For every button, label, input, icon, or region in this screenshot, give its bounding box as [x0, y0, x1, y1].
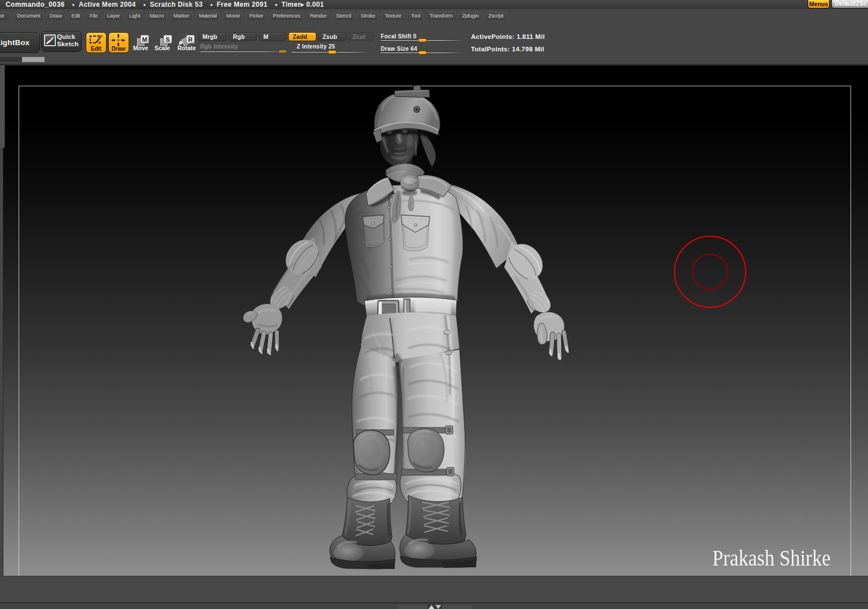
rotate-label[interactable]: Rotate [177, 45, 196, 51]
horizontal-scrollbar-handle[interactable] [22, 57, 45, 62]
bullet-icon: ● [275, 2, 277, 7]
menu-item-layer[interactable]: Layer [104, 11, 124, 20]
figure-boots [330, 495, 477, 569]
brush-cursor-inner-ring [692, 254, 728, 290]
menu-bar: ColorDocumentDrawEditFileLayerLightMacro… [0, 10, 868, 27]
menu-item-stencil[interactable]: Stencil [333, 11, 355, 20]
bullet-icon: ● [143, 2, 146, 7]
m-button[interactable]: M [259, 32, 286, 41]
scale-front-square: S [164, 35, 172, 43]
draw-crosshair-icon [109, 34, 128, 46]
menu-item-texture[interactable]: Texture [381, 11, 405, 20]
z-intensity-handle[interactable] [328, 50, 337, 54]
stat-timer: Timer▸ 0.001 [281, 1, 324, 8]
focal-shift-handle[interactable] [418, 38, 427, 42]
commando-sculpt-model[interactable] [0, 65, 868, 576]
draw-size-handle[interactable] [418, 51, 427, 55]
menu-item-material[interactable]: Material [195, 11, 220, 20]
rgb-intensity-slider[interactable] [200, 51, 287, 52]
quick-sketch-button[interactable]: Quick Sketch [41, 31, 82, 52]
menu-item-color[interactable]: Color [0, 11, 11, 20]
bottom-tray-strip [0, 602, 868, 609]
top-bars: Commando_0036 ● Active Mem 2004 ● Scratc… [0, 0, 868, 64]
bullet-icon: ● [210, 2, 213, 7]
menu-item-stroke[interactable]: Stroke [357, 11, 378, 20]
edit-button[interactable]: Edit [86, 32, 107, 53]
artist-watermark: Prakash Shirke [712, 545, 831, 571]
draw-button[interactable]: Draw [108, 32, 129, 53]
figure-head [373, 85, 440, 170]
document-canvas[interactable]: Prakash Shirke [0, 64, 868, 576]
zbrush-window: Commando_0036 ● Active Mem 2004 ● Scratc… [0, 0, 868, 609]
tray-handle-arrows [428, 604, 442, 609]
menu-item-zscript[interactable]: Zscript [484, 11, 506, 20]
active-points-stat: ActivePoints: 1.811 Mil [471, 33, 545, 40]
total-points-stat: TotalPoints: 14.798 Mil [471, 46, 544, 52]
menu-item-file[interactable]: File [86, 11, 101, 20]
menu-item-movie[interactable]: Movie [223, 11, 243, 20]
mrgb-button[interactable]: Mrgb [198, 32, 227, 41]
menu-item-preferences[interactable]: Preferences [270, 11, 304, 20]
brush-icon [44, 34, 56, 46]
horizontal-scrollbar[interactable] [0, 57, 45, 62]
default-zscript-button[interactable]: DefaultZSc [831, 0, 868, 8]
menu-item-tool[interactable]: Tool [407, 11, 424, 20]
lightbox-button[interactable]: LightBox [0, 32, 40, 53]
menu-item-macro[interactable]: Macro [146, 11, 168, 20]
stat-scratch-disk: Scratch Disk 53 [150, 1, 203, 8]
menu-item-render[interactable]: Render [306, 11, 330, 20]
figure-right-pocket [401, 215, 430, 251]
menus-button[interactable]: Menus [808, 0, 830, 8]
rgb-button[interactable]: Rgb [228, 32, 257, 41]
menu-item-marker[interactable]: Marker [170, 11, 192, 20]
focal-shift-label: Focal Shift 0 [381, 33, 416, 39]
menu-item-picker[interactable]: Picker [246, 11, 267, 20]
document-title: Commando_0036 [6, 1, 65, 8]
stat-active-mem: Active Mem 2004 [78, 1, 135, 8]
title-bar: Commando_0036 ● Active Mem 2004 ● Scratc… [0, 0, 868, 9]
quick-sketch-label: Quick Sketch [57, 33, 78, 48]
zcut-button[interactable]: Zcut [348, 32, 374, 41]
draw-size-label: Draw Size 64 [381, 46, 417, 52]
z-intensity-label: Z Intensity 25 [297, 43, 335, 50]
move-front-square: M [140, 35, 149, 43]
menu-item-draw[interactable]: Draw [46, 11, 65, 20]
scale-label[interactable]: Scale [155, 45, 169, 51]
tray-collapse-down-icon[interactable] [435, 605, 441, 609]
move-label[interactable]: Move [133, 45, 148, 51]
menu-item-document[interactable]: Document [14, 11, 44, 20]
menu-item-transform[interactable]: Transform [426, 11, 456, 20]
stat-free-mem: Free Mem 2091 [217, 1, 267, 8]
edit-marquee-icon [86, 34, 105, 46]
menu-item-edit[interactable]: Edit [68, 11, 83, 20]
zsub-button[interactable]: Zsub [318, 32, 346, 41]
bottom-tray-area [0, 576, 868, 602]
figure-left-pocket [363, 215, 385, 248]
tray-resize-handle[interactable] [398, 604, 472, 609]
tray-expand-up-icon[interactable] [429, 605, 434, 609]
zadd-button[interactable]: Zadd [288, 32, 316, 41]
menu-item-zplugin[interactable]: Zplugin [459, 11, 482, 20]
rotate-front-square: R [186, 35, 195, 43]
rgb-intensity-handle[interactable] [278, 50, 287, 54]
rgb-intensity-label: Rgb Intensity [200, 43, 238, 50]
menu-item-light[interactable]: Light [126, 11, 144, 20]
bullet-icon: ● [72, 2, 75, 7]
